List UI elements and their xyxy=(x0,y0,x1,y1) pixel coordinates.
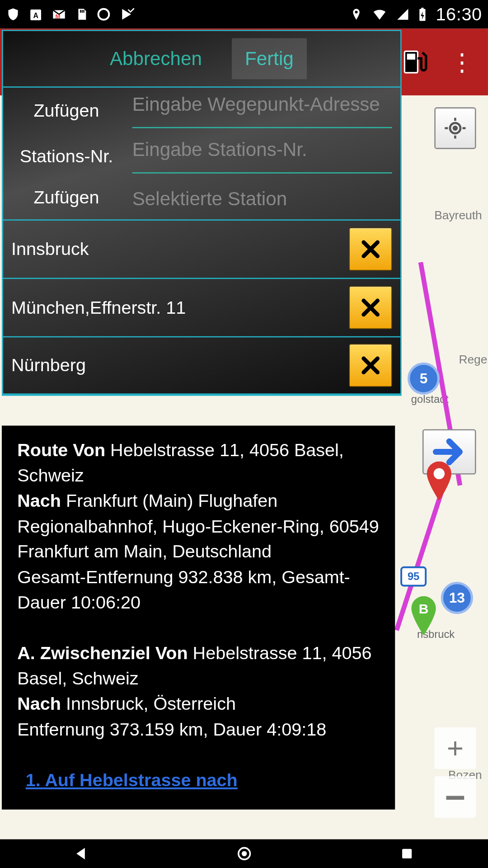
svg-rect-11 xyxy=(407,54,415,60)
android-nav-bar xyxy=(0,840,488,868)
delete-waypoint-button[interactable] xyxy=(349,228,392,271)
signal-icon xyxy=(396,7,409,22)
waypoint-item: Innsbruck xyxy=(3,219,401,278)
map-cluster[interactable]: 13 xyxy=(441,582,473,614)
route-seg-a-to: Innsbruck, Österreich xyxy=(66,694,236,714)
station-nr-input[interactable]: Eingabe Stations-Nr. xyxy=(132,139,392,173)
add-waypoint-label[interactable]: Zufügen xyxy=(11,101,122,121)
svg-rect-3 xyxy=(80,10,81,13)
zoom-in-button[interactable]: + xyxy=(434,727,476,769)
fuel-icon[interactable] xyxy=(399,47,430,78)
calendar-icon: A xyxy=(28,7,43,22)
svg-rect-5 xyxy=(83,10,84,13)
recents-button[interactable] xyxy=(398,844,416,863)
route-seg-a-to-label: Nach xyxy=(17,694,61,714)
play-check-icon xyxy=(119,7,135,22)
selected-station-display: Selektierte Station xyxy=(132,184,392,210)
map-city-label: Regen xyxy=(459,353,488,367)
status-bar: A M 16:30 xyxy=(0,0,488,28)
route-totals: Gesamt-Entfernung 932.838 km, Gesamt-Dau… xyxy=(17,567,350,612)
back-button[interactable] xyxy=(72,844,90,863)
delete-waypoint-button[interactable] xyxy=(349,344,392,387)
svg-point-13 xyxy=(454,127,457,130)
map-city-label: Bayreuth xyxy=(434,209,482,222)
waypoint-address-input[interactable]: Eingabe Wegepunkt-Adresse xyxy=(132,94,392,128)
add-selected-label[interactable]: Zufügen xyxy=(11,187,122,207)
mail-icon: M xyxy=(51,7,66,22)
waypoint-name: München,Effnerstr. 11 xyxy=(11,297,186,318)
svg-rect-9 xyxy=(422,8,424,9)
svg-text:M: M xyxy=(56,13,61,20)
svg-rect-4 xyxy=(82,10,83,13)
delete-waypoint-button[interactable] xyxy=(349,286,392,329)
sd-icon xyxy=(75,7,88,22)
waypoint-name: Nürnberg xyxy=(11,355,86,376)
route-seg-a-header: A. Zwischenziel Von xyxy=(17,643,188,663)
svg-point-17 xyxy=(241,851,246,856)
cancel-button[interactable]: Abbrechen xyxy=(97,38,215,79)
shield-icon xyxy=(6,7,20,22)
route-seg-a-stats: Entfernung 373.159 km, Dauer 4:09:18 xyxy=(17,719,326,739)
clock: 16:30 xyxy=(436,4,482,24)
svg-text:B: B xyxy=(419,601,429,616)
battery-charging-icon xyxy=(418,7,427,22)
more-icon[interactable] xyxy=(446,47,478,78)
route-to: Frankfurt (Main) Flughafen Regionalbahnh… xyxy=(17,491,379,561)
circle-icon xyxy=(97,7,111,22)
route-to-label: Nach xyxy=(17,491,61,510)
route-from-label: Route Von xyxy=(17,440,105,460)
done-button[interactable]: Fertig xyxy=(232,38,307,79)
svg-point-6 xyxy=(99,9,109,20)
station-nr-label: Stations-Nr. xyxy=(11,146,122,166)
zoom-out-button[interactable]: − xyxy=(434,776,476,818)
svg-rect-18 xyxy=(402,849,411,859)
map-pin-green[interactable]: B xyxy=(408,596,440,638)
locate-button[interactable] xyxy=(434,107,476,149)
location-icon xyxy=(350,7,363,22)
waypoint-item: Nürnberg xyxy=(3,336,401,395)
wifi-icon xyxy=(371,7,388,22)
route-step-link[interactable]: 1. Auf Hebelstrasse nach xyxy=(17,768,380,793)
home-button[interactable] xyxy=(235,844,253,863)
route-directions[interactable]: Route Von Hebelstrasse 11, 4056 Basel, S… xyxy=(2,425,395,809)
waypoint-list: Innsbruck München,Effnerstr. 11 Nürnberg xyxy=(3,219,401,395)
highway-shield: 95 xyxy=(400,566,427,587)
svg-point-14 xyxy=(434,468,445,479)
waypoint-form: Zufügen Eingabe Wegepunkt-Adresse Statio… xyxy=(3,86,401,219)
svg-point-7 xyxy=(355,11,358,14)
waypoint-dialog: Abbrechen Fertig Zufügen Eingabe Wegepun… xyxy=(2,30,402,396)
waypoint-name: Innsbruck xyxy=(11,239,89,259)
map-pin-red[interactable] xyxy=(423,462,455,503)
waypoint-item: München,Effnerstr. 11 xyxy=(3,278,401,336)
map-cluster[interactable]: 5 xyxy=(408,363,440,395)
svg-text:A: A xyxy=(33,12,38,19)
